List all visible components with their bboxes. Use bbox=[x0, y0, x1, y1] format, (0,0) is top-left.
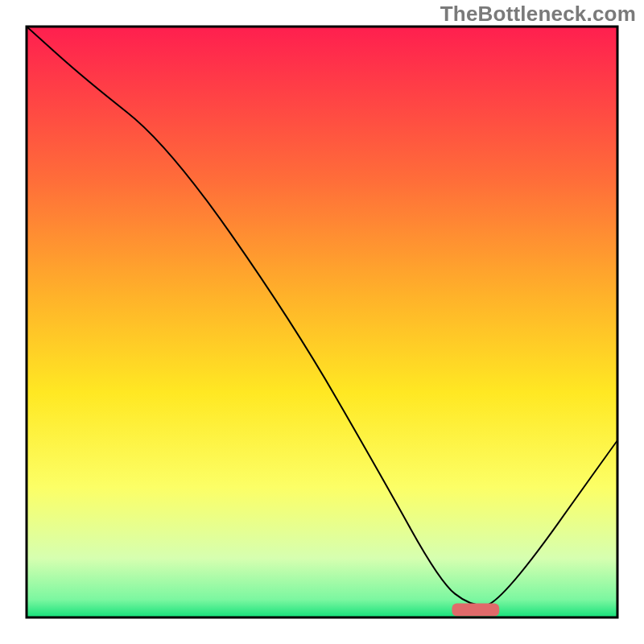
optimal-range-marker bbox=[452, 603, 499, 616]
watermark-text: TheBottleneck.com bbox=[440, 2, 636, 27]
plot-background bbox=[27, 27, 617, 617]
bottleneck-chart bbox=[0, 0, 644, 644]
chart-frame: TheBottleneck.com bbox=[0, 0, 644, 644]
